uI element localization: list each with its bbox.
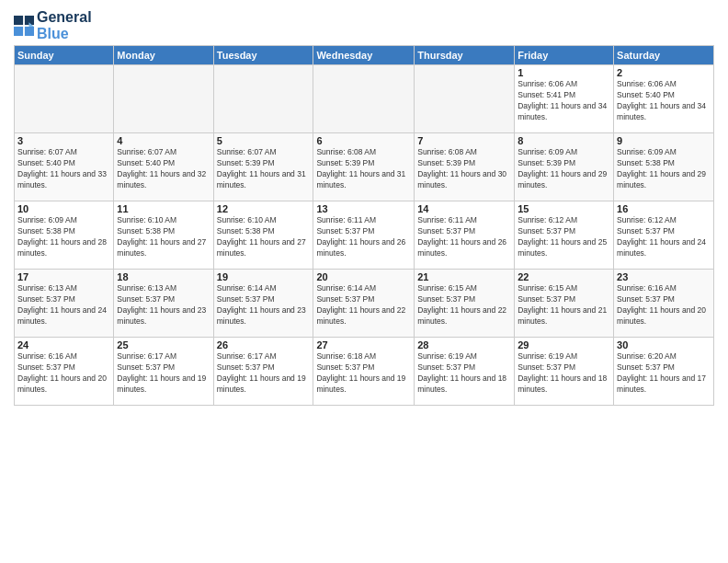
- calendar-week-2: 3Sunrise: 6:07 AM Sunset: 5:40 PM Daylig…: [15, 133, 714, 201]
- calendar-cell: 14Sunrise: 6:11 AM Sunset: 5:37 PM Dayli…: [415, 201, 515, 270]
- calendar-week-4: 17Sunrise: 6:13 AM Sunset: 5:37 PM Dayli…: [15, 270, 714, 338]
- calendar-cell: 20Sunrise: 6:14 AM Sunset: 5:37 PM Dayli…: [313, 270, 415, 338]
- calendar-week-1: 1Sunrise: 6:06 AM Sunset: 5:41 PM Daylig…: [15, 65, 714, 133]
- day-number: 15: [518, 203, 610, 214]
- calendar-cell: 24Sunrise: 6:16 AM Sunset: 5:37 PM Dayli…: [15, 338, 114, 406]
- calendar-cell: 22Sunrise: 6:15 AM Sunset: 5:37 PM Dayli…: [515, 270, 614, 338]
- day-number: 16: [617, 203, 711, 214]
- day-number: 14: [417, 203, 511, 214]
- logo-text: General Blue: [37, 9, 92, 41]
- day-info: Sunrise: 6:09 AM Sunset: 5:38 PM Dayligh…: [617, 147, 711, 191]
- calendar-cell: 29Sunrise: 6:19 AM Sunset: 5:37 PM Dayli…: [515, 338, 614, 406]
- calendar-cell: 8Sunrise: 6:09 AM Sunset: 5:39 PM Daylig…: [515, 133, 614, 201]
- day-info: Sunrise: 6:19 AM Sunset: 5:37 PM Dayligh…: [417, 351, 511, 396]
- weekday-header-sunday: Sunday: [15, 46, 114, 65]
- weekday-header-tuesday: Tuesday: [213, 46, 313, 65]
- day-number: 8: [518, 135, 610, 146]
- calendar-cell: 17Sunrise: 6:13 AM Sunset: 5:37 PM Dayli…: [15, 270, 114, 338]
- weekday-header-row: SundayMondayTuesdayWednesdayThursdayFrid…: [15, 46, 714, 65]
- day-info: Sunrise: 6:16 AM Sunset: 5:37 PM Dayligh…: [17, 351, 110, 396]
- calendar-cell: [15, 65, 114, 133]
- day-number: 22: [518, 271, 610, 282]
- calendar-table: SundayMondayTuesdayWednesdayThursdayFrid…: [14, 45, 714, 406]
- day-number: 25: [117, 339, 210, 350]
- calendar-cell: 30Sunrise: 6:20 AM Sunset: 5:37 PM Dayli…: [614, 338, 714, 406]
- weekday-header-saturday: Saturday: [614, 46, 714, 65]
- day-info: Sunrise: 6:18 AM Sunset: 5:37 PM Dayligh…: [316, 351, 411, 396]
- day-number: 23: [617, 271, 711, 282]
- day-number: 5: [217, 135, 311, 146]
- calendar-cell: 18Sunrise: 6:13 AM Sunset: 5:37 PM Dayli…: [114, 270, 213, 338]
- header: General Blue: [14, 9, 714, 41]
- day-number: 30: [617, 339, 711, 350]
- calendar-cell: 4Sunrise: 6:07 AM Sunset: 5:40 PM Daylig…: [114, 133, 213, 201]
- calendar-cell: 23Sunrise: 6:16 AM Sunset: 5:37 PM Dayli…: [614, 270, 714, 338]
- calendar-cell: 27Sunrise: 6:18 AM Sunset: 5:37 PM Dayli…: [313, 338, 415, 406]
- day-info: Sunrise: 6:06 AM Sunset: 5:40 PM Dayligh…: [617, 79, 711, 123]
- logo-symbol: [14, 16, 34, 36]
- logo-blue: Blue: [37, 26, 69, 41]
- calendar-cell: 25Sunrise: 6:17 AM Sunset: 5:37 PM Dayli…: [114, 338, 213, 406]
- calendar-cell: 28Sunrise: 6:19 AM Sunset: 5:37 PM Dayli…: [415, 338, 515, 406]
- day-number: 28: [417, 339, 511, 350]
- day-info: Sunrise: 6:11 AM Sunset: 5:37 PM Dayligh…: [316, 215, 411, 259]
- weekday-header-thursday: Thursday: [415, 46, 515, 65]
- weekday-header-wednesday: Wednesday: [313, 46, 415, 65]
- calendar-cell: [114, 65, 213, 133]
- calendar-cell: 7Sunrise: 6:08 AM Sunset: 5:39 PM Daylig…: [415, 133, 515, 201]
- day-info: Sunrise: 6:08 AM Sunset: 5:39 PM Dayligh…: [316, 147, 411, 191]
- day-number: 9: [617, 135, 711, 146]
- weekday-header-monday: Monday: [114, 46, 213, 65]
- calendar-cell: 13Sunrise: 6:11 AM Sunset: 5:37 PM Dayli…: [313, 201, 415, 270]
- day-number: 3: [17, 135, 110, 146]
- day-number: 29: [518, 339, 610, 350]
- day-info: Sunrise: 6:12 AM Sunset: 5:37 PM Dayligh…: [518, 215, 610, 259]
- day-info: Sunrise: 6:13 AM Sunset: 5:37 PM Dayligh…: [117, 283, 210, 327]
- day-number: 1: [518, 67, 610, 78]
- calendar-cell: 21Sunrise: 6:15 AM Sunset: 5:37 PM Dayli…: [415, 270, 515, 338]
- calendar-cell: 19Sunrise: 6:14 AM Sunset: 5:37 PM Dayli…: [213, 270, 313, 338]
- svg-rect-0: [14, 16, 23, 25]
- day-info: Sunrise: 6:20 AM Sunset: 5:37 PM Dayligh…: [617, 351, 711, 396]
- calendar-cell: 6Sunrise: 6:08 AM Sunset: 5:39 PM Daylig…: [313, 133, 415, 201]
- calendar-cell: [313, 65, 415, 133]
- calendar-cell: 5Sunrise: 6:07 AM Sunset: 5:39 PM Daylig…: [213, 133, 313, 201]
- day-info: Sunrise: 6:14 AM Sunset: 5:37 PM Dayligh…: [316, 283, 411, 327]
- calendar-week-3: 10Sunrise: 6:09 AM Sunset: 5:38 PM Dayli…: [15, 201, 714, 270]
- page: General Blue SundayMondayTuesdayWednesda…: [0, 0, 728, 563]
- day-info: Sunrise: 6:17 AM Sunset: 5:37 PM Dayligh…: [217, 351, 311, 396]
- calendar-cell: 10Sunrise: 6:09 AM Sunset: 5:38 PM Dayli…: [15, 201, 114, 270]
- day-number: 10: [17, 203, 110, 214]
- day-info: Sunrise: 6:09 AM Sunset: 5:39 PM Dayligh…: [518, 147, 610, 191]
- day-number: 4: [117, 135, 210, 146]
- day-info: Sunrise: 6:07 AM Sunset: 5:39 PM Dayligh…: [217, 147, 311, 191]
- day-number: 19: [217, 271, 311, 282]
- day-info: Sunrise: 6:16 AM Sunset: 5:37 PM Dayligh…: [617, 283, 711, 327]
- calendar-cell: 9Sunrise: 6:09 AM Sunset: 5:38 PM Daylig…: [614, 133, 714, 201]
- svg-rect-2: [14, 27, 23, 36]
- day-number: 11: [117, 203, 210, 214]
- svg-marker-3: [25, 27, 34, 36]
- day-info: Sunrise: 6:08 AM Sunset: 5:39 PM Dayligh…: [417, 147, 511, 191]
- day-number: 12: [217, 203, 311, 214]
- day-number: 7: [417, 135, 511, 146]
- day-info: Sunrise: 6:19 AM Sunset: 5:37 PM Dayligh…: [518, 351, 610, 396]
- calendar-cell: 11Sunrise: 6:10 AM Sunset: 5:38 PM Dayli…: [114, 201, 213, 270]
- day-info: Sunrise: 6:17 AM Sunset: 5:37 PM Dayligh…: [117, 351, 210, 396]
- calendar-cell: 2Sunrise: 6:06 AM Sunset: 5:40 PM Daylig…: [614, 65, 714, 133]
- calendar-cell: 15Sunrise: 6:12 AM Sunset: 5:37 PM Dayli…: [515, 201, 614, 270]
- weekday-header-friday: Friday: [515, 46, 614, 65]
- calendar-week-5: 24Sunrise: 6:16 AM Sunset: 5:37 PM Dayli…: [15, 338, 714, 406]
- day-number: 24: [17, 339, 110, 350]
- calendar-cell: [415, 65, 515, 133]
- day-info: Sunrise: 6:12 AM Sunset: 5:37 PM Dayligh…: [617, 215, 711, 259]
- logo-general: General: [37, 9, 92, 25]
- day-number: 27: [316, 339, 411, 350]
- day-number: 2: [617, 67, 711, 78]
- day-number: 20: [316, 271, 411, 282]
- calendar-cell: 1Sunrise: 6:06 AM Sunset: 5:41 PM Daylig…: [515, 65, 614, 133]
- calendar-cell: 26Sunrise: 6:17 AM Sunset: 5:37 PM Dayli…: [213, 338, 313, 406]
- day-info: Sunrise: 6:13 AM Sunset: 5:37 PM Dayligh…: [17, 283, 110, 327]
- calendar-cell: [213, 65, 313, 133]
- day-info: Sunrise: 6:10 AM Sunset: 5:38 PM Dayligh…: [117, 215, 210, 259]
